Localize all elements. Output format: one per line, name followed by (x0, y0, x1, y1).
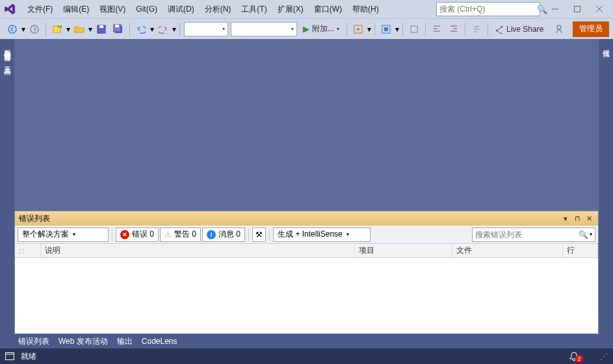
menu-file[interactable]: 文件(F) (22, 1, 58, 18)
resize-grip-icon: ⋰ (600, 352, 608, 361)
svg-point-4 (8, 25, 16, 33)
panel-dropdown-icon[interactable]: ▾ (560, 213, 571, 224)
panel-search-input[interactable]: 🔍 ▾ (472, 228, 595, 242)
tab-properties[interactable]: 属性 (600, 42, 612, 48)
info-icon: i (207, 230, 216, 239)
warning-icon: ⚠ (164, 230, 172, 239)
play-icon: ▶ (303, 24, 309, 34)
nav-back-button[interactable] (5, 21, 20, 37)
maximize-button[interactable] (566, 0, 588, 18)
indent-left-button[interactable] (429, 21, 445, 37)
redo-button[interactable] (155, 21, 171, 37)
new-project-dropdown[interactable]: ▾ (66, 25, 71, 34)
search-field[interactable] (439, 5, 537, 14)
menu-analyze[interactable]: 分析(N) (200, 1, 237, 18)
start-debug-button[interactable]: ▶ 附加... ▾ (299, 21, 343, 37)
tab-toolbox[interactable]: 工具箱 (1, 58, 14, 66)
messages-toggle[interactable]: i 消息 0 (202, 228, 245, 242)
global-search-input[interactable]: 🔍 (436, 2, 540, 16)
errorlist-panel: 错误列表 ▾ ⊓ ✕ 整个解决方案▾ ✕ 错误 0 ⚠ 警告 0 (14, 211, 599, 334)
bottom-tabstrip: 错误列表 Web 发布活动 输出 CodeLens (14, 334, 599, 348)
panel-titlebar[interactable]: 错误列表 ▾ ⊓ ✕ (15, 211, 598, 226)
save-all-button[interactable] (111, 21, 126, 37)
liveshare-button[interactable]: Live Share (491, 25, 547, 34)
menu-edit[interactable]: 编辑(E) (58, 1, 94, 18)
tool-btn-2-dropdown[interactable]: ▾ (395, 25, 400, 34)
build-scope-combo[interactable]: 生成 + IntelliSense▾ (273, 228, 371, 242)
tool-btn-3[interactable] (406, 21, 422, 37)
statusbar: 就绪 2 ⋰ (0, 348, 613, 364)
grid-header: ⬚ 说明 项目 文件 行 (15, 244, 598, 258)
tab-errorlist[interactable]: 错误列表 (18, 336, 49, 347)
col-code[interactable]: ⬚ (15, 244, 41, 257)
col-line[interactable]: 行 (563, 244, 598, 257)
solution-platform-combo[interactable]: ▾ (231, 22, 297, 36)
svg-rect-13 (115, 25, 119, 27)
tool-btn-2[interactable] (378, 21, 394, 37)
indent-right-button[interactable] (446, 21, 462, 37)
col-file[interactable]: 文件 (452, 244, 563, 257)
open-file-button[interactable] (72, 21, 87, 37)
liveshare-label: Live Share (506, 25, 543, 34)
col-project[interactable]: 项目 (355, 244, 452, 257)
redo-dropdown[interactable]: ▾ (172, 25, 177, 34)
editor-workspace (14, 39, 599, 211)
clear-filter-button[interactable]: ⚒ (252, 228, 266, 242)
scope-combo[interactable]: 整个解决方案▾ (18, 228, 109, 242)
new-project-button[interactable]: + (49, 21, 65, 37)
panel-pin-icon[interactable]: ⊓ (572, 213, 582, 224)
nav-back-dropdown[interactable]: ▾ (21, 25, 26, 34)
grid-body (15, 258, 598, 333)
notifications-button[interactable]: 2 (569, 351, 579, 361)
share-icon (495, 25, 504, 34)
col-description[interactable]: 说明 (41, 244, 355, 257)
nav-forward-button[interactable] (27, 21, 42, 37)
warnings-toggle[interactable]: ⚠ 警告 0 (160, 228, 201, 242)
attach-label: 附加... (312, 23, 334, 34)
tool-btn-1-dropdown[interactable]: ▾ (367, 25, 372, 34)
errors-toggle[interactable]: ✕ 错误 0 (116, 228, 159, 242)
svg-rect-17 (384, 27, 388, 31)
svg-rect-1 (575, 6, 580, 12)
filter-icon: ⚒ (255, 230, 263, 239)
tab-output[interactable]: 输出 (117, 336, 133, 347)
menu-window[interactable]: 窗口(W) (309, 1, 347, 18)
menubar: 文件(F) 编辑(E) 视图(V) Git(G) 调试(D) 分析(N) 工具(… (0, 0, 613, 18)
menu-help[interactable]: 帮助(H) (347, 1, 384, 18)
svg-text:+: + (57, 24, 62, 29)
error-icon: ✕ (120, 230, 129, 239)
panel-toolbar: 整个解决方案▾ ✕ 错误 0 ⚠ 警告 0 i 消息 0 ⚒ (15, 226, 598, 244)
right-sidebar: 属性 (599, 39, 613, 348)
svg-point-5 (31, 25, 38, 33)
feedback-button[interactable] (553, 21, 568, 37)
search-icon: 🔍 (579, 230, 588, 239)
left-sidebar: 服务器资源管理器 工具箱 (0, 39, 14, 348)
menu-extensions[interactable]: 扩展(X) (272, 1, 309, 18)
admin-button[interactable]: 管理员 (573, 21, 609, 37)
notification-badge: 2 (575, 355, 583, 363)
svg-rect-10 (99, 25, 103, 28)
tab-codelens[interactable]: CodeLens (142, 337, 177, 346)
svg-point-15 (357, 28, 359, 31)
minimize-button[interactable] (544, 0, 566, 18)
tool-btn-1[interactable] (350, 21, 366, 37)
panel-title-text: 错误列表 (19, 213, 559, 224)
svg-rect-20 (6, 353, 14, 360)
menu-tools[interactable]: 工具(T) (236, 1, 272, 18)
status-ready: 就绪 (21, 351, 36, 362)
tab-webpublish[interactable]: Web 发布活动 (59, 336, 108, 347)
save-button[interactable] (94, 21, 109, 37)
panel-close-icon[interactable]: ✕ (584, 213, 594, 224)
solution-config-combo[interactable]: ▾ (184, 22, 228, 36)
menu-git[interactable]: Git(G) (131, 2, 163, 16)
svg-rect-18 (411, 26, 417, 32)
tab-server-explorer[interactable]: 服务器资源管理器 (1, 42, 14, 52)
menu-debug[interactable]: 调试(D) (163, 1, 200, 18)
close-button[interactable] (588, 0, 610, 18)
comment-button[interactable] (469, 21, 484, 37)
menu-view[interactable]: 视图(V) (94, 1, 131, 18)
vs-logo-icon (3, 2, 17, 16)
undo-button[interactable] (133, 21, 149, 37)
open-file-dropdown[interactable]: ▾ (88, 25, 93, 34)
undo-dropdown[interactable]: ▾ (150, 25, 155, 34)
